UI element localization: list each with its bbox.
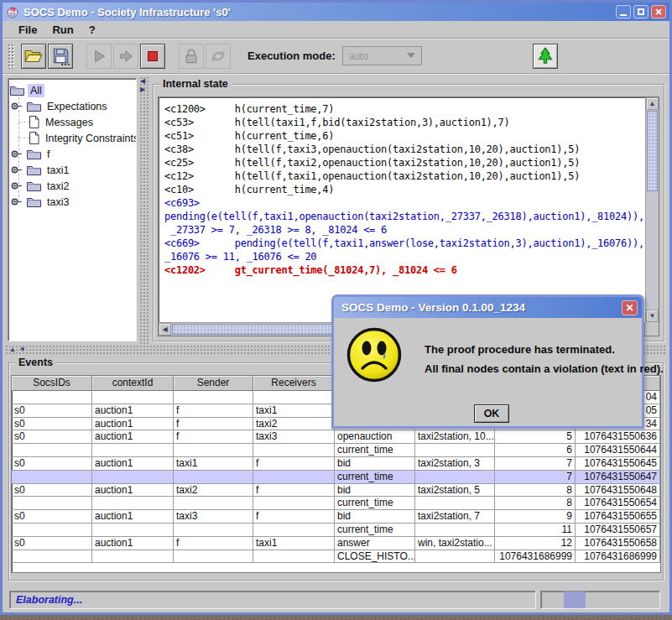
tree-item-label: taxi3 [44,195,71,209]
menu-run[interactable]: Run [44,23,81,36]
table-cell: 8 [495,497,576,510]
dialog-title: SOCS Demo - Version 0.1.00_1234 [341,301,525,314]
table-cell: f [174,418,253,431]
table-cell [12,471,92,484]
internal-state-line: <c10> h(current_time,4) [164,183,644,196]
table-row[interactable]: current_time81076431550654 [12,497,660,510]
folder-icon [27,164,41,175]
tree-item-taxi3[interactable]: taxi3 [8,194,136,210]
tree-item-taxi2[interactable]: taxi2 [8,178,136,194]
lock-button[interactable] [179,44,204,69]
dialog-message-line2: All final nodes contain a violation (tex… [425,362,664,375]
internal-state-line: <c53> h(tell(taxi1,f,bid(taxi2station,3)… [164,116,644,129]
table-row[interactable]: s0auction1taxi2fbidtaxi2station, 5810764… [12,484,660,498]
vertical-splitter[interactable]: ◀ ▶ [139,76,149,345]
table-cell: auction1 [92,537,174,550]
tree-item-label: Integrity Constraints [43,132,137,145]
execution-mode-combobox[interactable]: auto [342,46,422,65]
dialog-close-button[interactable]: ✕ [622,300,638,315]
tree-item-integrity-constraints[interactable]: Integrity Constraints [8,130,136,146]
table-cell: f [253,457,335,471]
table-cell: current_time [335,471,415,484]
status-message: Elaborating... [9,591,536,609]
table-row[interactable]: CLOSE_HISTO...10764316869991076431686999 [12,550,660,564]
table-cell [253,391,335,404]
table-cell: s0 [12,537,92,550]
table-row[interactable]: current_time111076431550657 [12,524,660,537]
table-row[interactable]: s0auction1ftaxi3openauctiontaxi2station,… [12,430,660,444]
table-cell [415,524,495,537]
scroll-up-icon[interactable]: ▲ [646,97,659,110]
ok-button[interactable]: OK [474,404,509,423]
scroll-down-icon[interactable]: ▼ [646,310,659,322]
dialog-title-bar[interactable]: SOCS Demo - Version 0.1.00_1234 ✕ [334,297,642,318]
toolbar-grip[interactable] [8,44,14,69]
column-header-socsids[interactable]: SocsIDs [12,376,92,391]
tree-item-label: f [44,148,52,161]
menu-file[interactable]: File [11,23,44,36]
step-arrow-icon [116,46,136,66]
expand-handle-icon[interactable] [10,197,23,206]
table-cell [92,391,174,404]
menu-help[interactable]: ? [81,23,103,36]
folder-icon [27,148,41,159]
table-cell: 7 [495,471,576,484]
internal-state-line: <c693> [164,196,644,210]
splitter-collapse-left-icon[interactable]: ◀ [140,78,145,85]
internal-state-text[interactable]: <c1200> h(current_time,7)<c53> h(tell(ta… [160,99,644,321]
step-button[interactable] [113,44,138,69]
execution-mode-label: Execution mode: [247,49,336,62]
column-header-sender[interactable]: Sender [174,376,253,391]
internal-state-line: <c1202> gt_current_time(_81024,7), _8102… [164,263,644,277]
folder-icon [27,180,41,191]
expand-handle-icon[interactable] [10,102,23,111]
expand-handle-icon[interactable] [10,165,23,175]
splitter-collapse-down-icon[interactable]: ▼ [19,346,26,354]
tree-item-taxi1[interactable]: taxi1 [8,162,136,178]
tree-item-f[interactable]: f [8,146,136,162]
minimize-button[interactable] [616,5,631,18]
table-row[interactable]: s0auction1taxi1fbidtaxi2station, 3710764… [12,457,660,471]
open-button[interactable] [21,44,46,69]
table-cell: s0 [12,484,92,498]
table-cell: current_time [335,524,415,537]
table-row[interactable]: current_time71076431550647 [12,471,660,484]
table-cell: 1076431686999 [576,550,660,564]
table-row[interactable]: current_time61076431550644 [12,444,660,457]
table-cell [92,471,174,484]
close-icon: ✕ [654,8,662,17]
termination-dialog: SOCS Demo - Version 0.1.00_1234 ✕ [331,294,644,429]
table-cell: s0 [12,457,92,471]
society-tree: AllExpectationsMessagesIntegrity Constra… [8,78,137,341]
table-cell: auction1 [92,430,174,444]
table-row[interactable]: s0auction1taxi3fbidtaxi2station, 7910764… [12,510,660,524]
vertical-scrollbar[interactable]: ▲ ▼ [645,97,659,322]
title-bar[interactable]: SOCS Demo - Society Infrastructure 's0' … [3,3,669,21]
vertical-scrollbar-thumb[interactable] [647,111,658,191]
tree-item-all[interactable]: All [8,82,136,98]
table-row[interactable]: s0auction1ftaxi1answerwin, taxi2statio..… [12,537,660,550]
stop-button[interactable] [140,44,165,69]
run-button[interactable] [86,44,112,69]
table-cell: taxi3 [174,510,253,524]
column-header-contextid[interactable]: contextId [92,376,174,391]
column-header-receivers[interactable]: Receivers [253,376,335,391]
save-button[interactable] [48,44,73,69]
table-cell [253,497,335,510]
expand-handle-icon[interactable] [10,149,23,159]
society-tree-button[interactable] [533,44,558,69]
splitter-collapse-right-icon[interactable]: ▶ [140,86,145,93]
tree-item-label: All [28,84,44,97]
table-cell [415,444,495,457]
table-cell: taxi2station, 5 [415,484,495,498]
close-button[interactable]: ✕ [651,5,666,18]
maximize-button[interactable] [633,5,649,18]
table-cell: f [174,404,253,418]
refresh-button[interactable] [206,44,231,69]
tree-item-expectations[interactable]: Expectations [8,98,136,114]
scroll-left-icon[interactable]: ◀ [159,323,171,336]
splitter-collapse-up-icon[interactable]: ▲ [9,346,16,354]
internal-state-line: pending(e(tell(f,taxi1,openauction(taxi2… [164,210,644,223]
tree-item-messages[interactable]: Messages [8,114,136,130]
expand-handle-icon[interactable] [10,181,23,190]
